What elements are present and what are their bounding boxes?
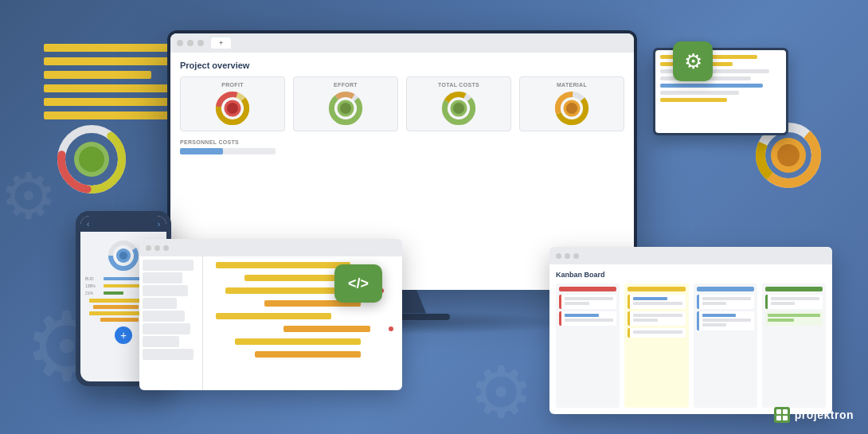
topleft-donut-gauge — [56, 123, 127, 195]
projektron-logo-icon — [774, 407, 790, 423]
kpi-effort-label: EFFORT — [300, 82, 391, 88]
screen-dot-3 — [197, 40, 204, 46]
kpi-material-donut — [554, 91, 589, 126]
kanban-columns — [556, 283, 826, 408]
kanban-card-2[interactable] — [559, 311, 616, 326]
gantt-row-label-2 — [143, 272, 182, 283]
kanban-col-3 — [694, 283, 757, 408]
kpi-profit-label: PROFIT — [187, 82, 278, 88]
gantt-row-label-3 — [143, 285, 188, 296]
kanban-card-line-9 — [633, 330, 682, 334]
gantt-tl-row-6 — [206, 323, 399, 334]
svg-point-14 — [340, 103, 351, 114]
screen-dot-2 — [187, 40, 194, 46]
gantt-left-column — [139, 256, 203, 390]
kanban-card-1[interactable] — [559, 295, 616, 309]
gantt-panel-dot-3 — [163, 245, 169, 251]
gantt-tl-bar-6 — [283, 326, 370, 332]
ss-line-7 — [660, 98, 727, 102]
kanban-card-6[interactable] — [697, 295, 754, 309]
kpi-effort-donut — [328, 91, 363, 126]
kanban-card-line-10 — [702, 297, 751, 300]
code-icon-badge[interactable]: </> — [334, 264, 382, 303]
kanban-card-line-13 — [702, 319, 751, 322]
screen-tab-add[interactable]: + — [211, 37, 231, 49]
phone-chevron-left[interactable]: ‹ — [87, 220, 89, 229]
kanban-title: Kanban Board — [556, 271, 826, 279]
gantt-marker-2 — [389, 326, 393, 331]
gantt-bar-3 — [44, 71, 151, 79]
projektron-logo-text: projektron — [795, 409, 854, 421]
personnel-costs-section: PERSONNEL COSTS — [180, 139, 624, 154]
settings-gear-button[interactable]: ⚙ — [673, 41, 713, 81]
kanban-content: Kanban Board — [549, 264, 832, 414]
kpi-material: MATERIAL — [519, 76, 624, 131]
kanban-card-line-4 — [565, 319, 613, 322]
kanban-card-4[interactable] — [628, 311, 685, 326]
kpi-effort: EFFORT — [293, 76, 398, 131]
kanban-board: Kanban Board — [549, 247, 832, 414]
kanban-card-line-15 — [771, 297, 819, 300]
gantt-bar-5 — [44, 98, 173, 106]
kanban-card-3[interactable] — [628, 295, 685, 309]
projektron-logo: projektron — [774, 407, 854, 423]
svg-point-4 — [79, 147, 104, 172]
ss-line-6 — [660, 91, 739, 95]
kanban-card-line-11 — [702, 302, 727, 305]
kpi-profit: PROFIT — [180, 76, 285, 131]
phone-gantt-bar-4 — [100, 318, 139, 322]
gantt-panel — [139, 239, 402, 390]
ss-line-5 — [660, 84, 763, 88]
kanban-card-line-14 — [702, 323, 727, 326]
phone-chevron-right[interactable]: › — [158, 220, 160, 229]
gantt-row-label-6 — [143, 323, 190, 334]
kanban-card-line-2 — [565, 302, 589, 305]
gantt-tl-row-7 — [206, 336, 399, 347]
kanban-dot-2 — [565, 253, 570, 259]
gantt-tl-bar-5 — [216, 313, 331, 319]
logo-sq-2 — [783, 409, 788, 414]
phone-bar-label-1: BUD — [85, 276, 101, 281]
gantt-panel-dot-2 — [154, 245, 160, 251]
kpi-total-costs: TOTAL COSTS — [406, 76, 511, 131]
gantt-tl-row-8 — [206, 349, 399, 360]
kanban-dot-1 — [556, 253, 561, 259]
code-brackets-icon: </> — [348, 276, 369, 292]
kanban-col-header-3 — [697, 287, 754, 291]
kanban-card-9[interactable] — [765, 311, 823, 326]
svg-point-19 — [453, 103, 464, 114]
kanban-dot-3 — [573, 253, 579, 259]
phone-bar-label-3: 21% — [85, 291, 101, 295]
personnel-bar-fill — [180, 148, 223, 154]
svg-point-33 — [119, 252, 127, 260]
kanban-col-header-4 — [765, 287, 823, 291]
kanban-card-8[interactable] — [765, 295, 823, 309]
gantt-tl-bar-1 — [216, 262, 350, 268]
gantt-tl-row-5 — [206, 311, 399, 322]
phone-bar-fill-3 — [104, 291, 123, 295]
kpi-material-label: MATERIAL — [526, 82, 617, 88]
svg-point-29 — [777, 144, 800, 166]
kanban-topbar — [549, 247, 832, 264]
kanban-col-header-2 — [628, 287, 685, 291]
svg-point-9 — [227, 103, 238, 114]
gantt-tl-bar-7 — [235, 338, 360, 345]
personnel-costs-label: PERSONNEL COSTS — [180, 139, 624, 145]
kanban-card-line-16 — [771, 302, 796, 305]
gantt-panel-dot-1 — [146, 245, 151, 251]
kpi-total-costs-donut — [441, 91, 476, 126]
kanban-card-5[interactable] — [628, 328, 685, 338]
screen-dot-1 — [177, 40, 183, 46]
kanban-col-4 — [762, 283, 826, 408]
phone-add-button[interactable]: + — [115, 326, 132, 344]
kanban-card-line-18 — [768, 319, 794, 322]
kanban-card-7[interactable] — [697, 311, 754, 330]
logo-sq-1 — [776, 409, 781, 414]
kanban-card-line-6 — [633, 302, 682, 305]
kanban-card-line-8 — [633, 319, 658, 322]
logo-sq-3 — [776, 416, 781, 420]
kanban-card-line-12 — [702, 314, 737, 317]
gantt-row-label-7 — [143, 336, 179, 347]
gantt-row-label-5 — [143, 311, 185, 322]
gantt-row-label-4 — [143, 298, 177, 309]
